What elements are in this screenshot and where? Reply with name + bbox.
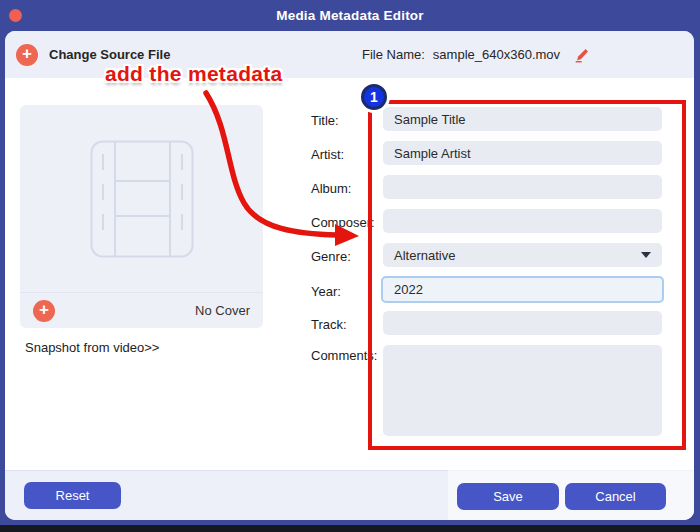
track-label: Track: [311, 317, 347, 332]
add-cover-button[interactable]: + [33, 300, 55, 322]
file-name-row: File Name: sample_640x360.mov [362, 31, 590, 78]
title-bar: Media Metadata Editor [0, 0, 700, 31]
change-source-file-button[interactable]: + Change Source File [16, 31, 170, 78]
year-input[interactable] [381, 276, 664, 303]
album-label: Album: [311, 181, 351, 196]
snapshot-from-video-link[interactable]: Snapshot from video>> [25, 340, 159, 355]
reset-button[interactable]: Reset [24, 482, 121, 509]
title-input[interactable] [383, 107, 662, 131]
year-label: Year: [311, 284, 341, 299]
film-strip-icon [20, 105, 263, 292]
step-badge: 1 [361, 84, 387, 110]
file-name-value: sample_640x360.mov [433, 47, 560, 62]
composer-label: Composer: [311, 215, 375, 230]
track-input[interactable] [383, 311, 662, 335]
change-source-file-label: Change Source File [49, 47, 170, 62]
edit-pencil-icon[interactable] [574, 47, 590, 63]
comments-label: Comments: [311, 348, 377, 363]
file-name-label: File Name: [362, 47, 425, 62]
chevron-down-icon [641, 252, 651, 258]
no-cover-label: No Cover [195, 303, 250, 318]
comments-textarea[interactable] [383, 345, 662, 436]
genre-label: Genre: [311, 249, 351, 264]
window-title: Media Metadata Editor [276, 8, 423, 23]
cancel-button[interactable]: Cancel [565, 483, 666, 510]
genre-selected-value: Alternative [394, 248, 455, 263]
cover-panel: + No Cover [20, 105, 263, 328]
plus-icon: + [16, 44, 38, 66]
save-button[interactable]: Save [457, 483, 559, 510]
artist-label: Artist: [311, 147, 344, 162]
dialog-header: + Change Source File File Name: sample_6… [5, 31, 694, 78]
window-bottom-edge [0, 525, 700, 532]
album-input[interactable] [383, 175, 662, 199]
artist-input[interactable] [383, 141, 662, 165]
dialog-card: + Change Source File File Name: sample_6… [5, 31, 694, 520]
cover-strip: + No Cover [20, 292, 263, 328]
genre-select[interactable]: Alternative [383, 243, 662, 267]
composer-input[interactable] [383, 209, 662, 233]
close-button[interactable] [9, 9, 22, 22]
title-label: Title: [311, 113, 339, 128]
